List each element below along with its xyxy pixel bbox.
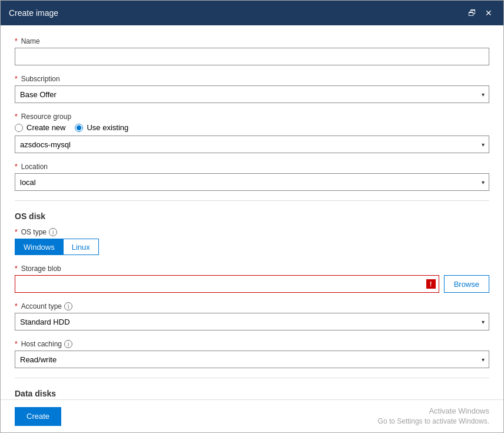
resource-group-select-wrapper: azsdocs-mysql ▾ — [15, 135, 489, 153]
create-new-label: Create new — [26, 123, 65, 132]
resource-group-radio-group: Create new Use existing — [15, 123, 489, 132]
resource-group-select[interactable]: azsdocs-mysql — [15, 135, 489, 153]
data-disks-section-title: Data disks — [15, 389, 489, 398]
name-field-group: * Name — [15, 37, 489, 65]
title-bar: Create image 🗗 ✕ — [1, 1, 503, 25]
location-field-group: * Location local ▾ — [15, 163, 489, 191]
subscription-required-star: * — [15, 75, 18, 83]
location-select[interactable]: local — [15, 173, 489, 191]
title-bar-controls: 🗗 ✕ — [466, 6, 495, 19]
dialog-title: Create image — [9, 8, 58, 18]
use-existing-radio-label[interactable]: Use existing — [75, 123, 128, 132]
footer: Create Activate Windows Go to Settings t… — [1, 399, 503, 432]
host-caching-label-row: * Host caching i — [15, 340, 489, 348]
name-required-star: * — [15, 37, 18, 45]
os-type-info-icon: i — [49, 228, 57, 236]
host-caching-field-group: * Host caching i Read/write Read-only No… — [15, 340, 489, 368]
host-caching-label: Host caching — [21, 340, 62, 348]
storage-blob-error-icon: ! — [426, 279, 436, 289]
storage-blob-input[interactable] — [15, 275, 439, 293]
create-image-dialog: Create image 🗗 ✕ * Name * Subscription B… — [0, 0, 504, 433]
account-type-label-row: * Account type i — [15, 302, 489, 310]
close-button[interactable]: ✕ — [482, 6, 495, 19]
content-area: * Name * Subscription Base Offer ▾ * Res… — [1, 25, 503, 399]
subscription-field-group: * Subscription Base Offer ▾ — [15, 75, 489, 103]
resource-group-field-group: * Resource group Create new Use existing… — [15, 113, 489, 153]
subscription-select[interactable]: Base Offer — [15, 85, 489, 103]
os-type-linux-btn[interactable]: Linux — [63, 239, 99, 255]
storage-blob-label: Storage blob — [21, 265, 61, 273]
use-existing-radio[interactable] — [75, 124, 83, 132]
storage-blob-label-row: * Storage blob — [15, 265, 489, 273]
location-label-row: * Location — [15, 163, 489, 171]
data-disks-section: Data disks + Add data disk — [15, 378, 489, 399]
storage-blob-field-group: * Storage blob ! Browse — [15, 265, 489, 293]
account-type-label: Account type — [21, 302, 62, 310]
subscription-label-row: * Subscription — [15, 75, 489, 83]
subscription-select-wrapper: Base Offer ▾ — [15, 85, 489, 103]
activate-windows-subtitle: Go to Settings to activate Windows. — [378, 417, 489, 427]
location-label: Location — [21, 163, 48, 171]
location-required-star: * — [15, 163, 18, 171]
resource-group-label-row: * Resource group — [15, 113, 489, 121]
storage-blob-row: ! Browse — [15, 275, 489, 293]
create-button[interactable]: Create — [15, 407, 61, 426]
resource-group-label: Resource group — [21, 113, 71, 121]
host-caching-select-wrapper: Read/write Read-only None ▾ — [15, 351, 489, 368]
os-type-label-row: * OS type i — [15, 228, 489, 236]
account-type-select-wrapper: Standard HDD Standard SSD Premium SSD ▾ — [15, 313, 489, 330]
os-type-toggle-group: Windows Linux — [15, 239, 489, 255]
resource-group-required-star: * — [15, 113, 18, 121]
use-existing-label: Use existing — [87, 123, 128, 132]
subscription-label: Subscription — [21, 75, 60, 83]
account-type-required-star: * — [15, 302, 18, 310]
storage-blob-required-star: * — [15, 265, 18, 273]
host-caching-required-star: * — [15, 340, 18, 348]
name-label: Name — [21, 37, 40, 45]
os-type-required-star: * — [15, 228, 18, 236]
os-disk-section-title: OS disk — [15, 211, 489, 221]
create-new-radio-label[interactable]: Create new — [15, 123, 65, 132]
account-type-field-group: * Account type i Standard HDD Standard S… — [15, 302, 489, 330]
restore-button[interactable]: 🗗 — [466, 6, 479, 19]
storage-blob-input-wrapper: ! — [15, 275, 439, 293]
activate-windows-title: Activate Windows — [378, 406, 489, 417]
name-label-row: * Name — [15, 37, 489, 45]
browse-button[interactable]: Browse — [444, 275, 489, 293]
host-caching-select[interactable]: Read/write Read-only None — [15, 351, 489, 368]
os-type-label: OS type — [21, 228, 47, 236]
name-input[interactable] — [15, 48, 489, 65]
location-select-wrapper: local ▾ — [15, 173, 489, 191]
account-type-select[interactable]: Standard HDD Standard SSD Premium SSD — [15, 313, 489, 330]
activate-windows-message: Activate Windows Go to Settings to activ… — [378, 406, 489, 427]
os-type-field-group: * OS type i Windows Linux — [15, 228, 489, 255]
host-caching-info-icon: i — [64, 340, 72, 348]
os-type-windows-btn[interactable]: Windows — [15, 239, 63, 255]
account-type-info-icon: i — [64, 302, 72, 310]
os-disk-section: OS disk * OS type i Windows Linux * Stor… — [15, 200, 489, 368]
create-new-radio[interactable] — [15, 124, 23, 132]
